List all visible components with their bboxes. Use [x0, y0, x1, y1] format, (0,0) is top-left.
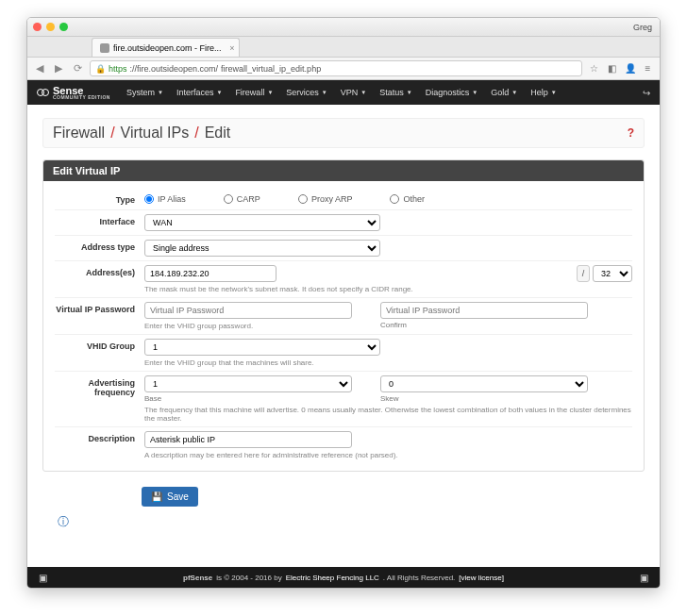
breadcrumb-sep: / [110, 125, 114, 142]
window-minimize-icon[interactable] [46, 23, 55, 31]
window-zoom-icon[interactable] [59, 23, 68, 31]
addrtype-select[interactable]: Single address [144, 240, 380, 257]
star-icon[interactable]: ☆ [588, 62, 600, 75]
avatar-icon[interactable]: 👤 [624, 62, 636, 75]
brand-logo[interactable]: Sense COMMUNITY EDITION [37, 85, 110, 100]
advfreq-help: The frequency that this machine will adv… [144, 406, 632, 423]
address-input[interactable] [144, 265, 276, 282]
label-desc: Description [55, 431, 144, 443]
panel-title: Edit Virtual IP [43, 160, 644, 181]
radio-proxy-arp[interactable]: Proxy ARP [298, 194, 353, 204]
footer-company-link[interactable]: Electric Sheep Fencing LLC [286, 574, 379, 582]
nav-system[interactable]: System▼ [120, 88, 170, 97]
advfreq-base-label: Base [144, 394, 352, 403]
label-advfreq: Advertising frequency [55, 375, 144, 397]
footer-license-link[interactable]: [view license] [459, 574, 504, 582]
vip-password-input[interactable] [144, 302, 352, 319]
nav-firewall[interactable]: Firewall▼ [228, 88, 279, 97]
advfreq-base-select[interactable]: 1 [144, 375, 352, 392]
nav-status[interactable]: Status▼ [373, 88, 418, 97]
breadcrumb: Firewall / Virtual IPs / Edit ? [42, 118, 645, 148]
vhid-help: Enter the VHID group that the machines w… [144, 358, 632, 367]
save-icon: 💾 [151, 491, 162, 502]
label-type: Type [55, 192, 144, 205]
browser-tabbar: fire.outsideopen.com - Fire... × [27, 37, 660, 58]
vhid-select[interactable]: 1 [144, 339, 380, 356]
brand-subtitle: COMMUNITY EDITION [53, 94, 110, 100]
radio-other[interactable]: Other [390, 194, 425, 204]
save-label: Save [167, 491, 189, 502]
radio-carp[interactable]: CARP [224, 194, 260, 204]
footer-tail: . All Rights Reserved. [383, 574, 455, 582]
address-bar[interactable]: 🔒 https://fire.outsideopen.com/firewall_… [90, 60, 582, 76]
breadcrumb-virtualips[interactable]: Virtual IPs [121, 125, 190, 142]
footer: ▣ pfSense is © 2004 - 2016 by Electric S… [27, 567, 660, 588]
nav-gold[interactable]: Gold▼ [484, 88, 524, 97]
radio-ip-alias[interactable]: IP Alias [144, 194, 186, 204]
chevron-down-icon: ▼ [551, 90, 557, 95]
window-titlebar: Greg [27, 18, 660, 37]
chevron-down-icon: ▼ [407, 90, 412, 95]
label-addresses: Address(es) [55, 265, 144, 277]
footer-right-icon[interactable]: ▣ [640, 573, 648, 583]
chevron-down-icon: ▼ [360, 90, 366, 95]
logout-icon[interactable]: ↪ [643, 88, 650, 98]
save-button[interactable]: 💾 Save [142, 487, 198, 507]
mask-select[interactable]: 32 [593, 265, 632, 282]
favicon-icon [100, 43, 109, 53]
label-addrtype: Address type [55, 240, 144, 252]
footer-left-icon[interactable]: ▣ [39, 573, 47, 583]
desc-help: A description may be entered here for ad… [144, 451, 632, 459]
back-button[interactable]: ◀ [33, 62, 46, 75]
browser-toolbar: ◀ ▶ ⟳ 🔒 https://fire.outsideopen.com/fir… [27, 58, 660, 80]
advfreq-skew-select[interactable]: 0 [380, 375, 588, 392]
nav-interfaces[interactable]: Interfaces▼ [170, 88, 228, 97]
interface-select[interactable]: WAN [144, 214, 380, 231]
forward-button[interactable]: ▶ [52, 62, 65, 75]
browser-tab[interactable]: fire.outsideopen.com - Fire... × [92, 38, 240, 57]
chevron-down-icon: ▼ [322, 90, 327, 95]
app-navbar: Sense COMMUNITY EDITION System▼ Interfac… [27, 80, 660, 105]
label-vhid: VHID Group [55, 339, 144, 351]
logo-icon [37, 86, 50, 99]
lock-icon: 🔒 [95, 64, 106, 74]
nav-help[interactable]: Help▼ [524, 88, 562, 97]
info-icon[interactable]: ⓘ [58, 514, 69, 530]
vippw-confirm-label: Confirm [380, 321, 588, 329]
nav-diagnostics[interactable]: Diagnostics▼ [419, 88, 484, 97]
chevron-down-icon: ▼ [158, 90, 163, 95]
label-vippw: Virtual IP Password [55, 302, 144, 314]
breadcrumb-firewall[interactable]: Firewall [53, 125, 105, 142]
breadcrumb-sep: / [194, 125, 198, 142]
advfreq-skew-label: Skew [380, 394, 588, 403]
label-interface: Interface [55, 214, 144, 226]
chevron-down-icon: ▼ [216, 90, 222, 95]
nav-vpn[interactable]: VPN▼ [334, 88, 373, 97]
profile-name[interactable]: Greg [633, 23, 652, 32]
url-host: ://fire.outsideopen.com/ [130, 64, 219, 74]
help-icon[interactable]: ? [628, 126, 634, 140]
page-content: Firewall / Virtual IPs / Edit ? Edit Vir… [27, 105, 660, 567]
vippw-help: Enter the VHID group password. [144, 322, 352, 330]
extension-icon[interactable]: ◧ [606, 62, 618, 75]
chevron-down-icon: ▼ [267, 90, 273, 95]
breadcrumb-edit: Edit [205, 125, 231, 142]
url-scheme: https [109, 64, 127, 74]
slash-label: / [577, 265, 590, 282]
address-help: The mask must be the network's subnet ma… [144, 285, 632, 293]
chevron-down-icon: ▼ [511, 90, 517, 95]
tab-close-icon[interactable]: × [229, 43, 234, 53]
footer-product: pfSense [183, 574, 212, 582]
chevron-down-icon: ▼ [472, 90, 478, 95]
edit-panel: Edit Virtual IP Type IP Alias CARP Proxy… [42, 159, 645, 472]
url-path: firewall_virtual_ip_edit.php [221, 64, 321, 74]
footer-mid: is © 2004 - 2016 by [216, 574, 282, 582]
description-input[interactable] [144, 431, 352, 448]
tab-title: fire.outsideopen.com - Fire... [113, 43, 222, 53]
nav-services[interactable]: Services▼ [279, 88, 333, 97]
menu-icon[interactable]: ≡ [642, 62, 654, 75]
window-close-icon[interactable] [33, 23, 42, 31]
vip-password-confirm-input[interactable] [380, 302, 588, 319]
reload-button[interactable]: ⟳ [71, 62, 84, 75]
